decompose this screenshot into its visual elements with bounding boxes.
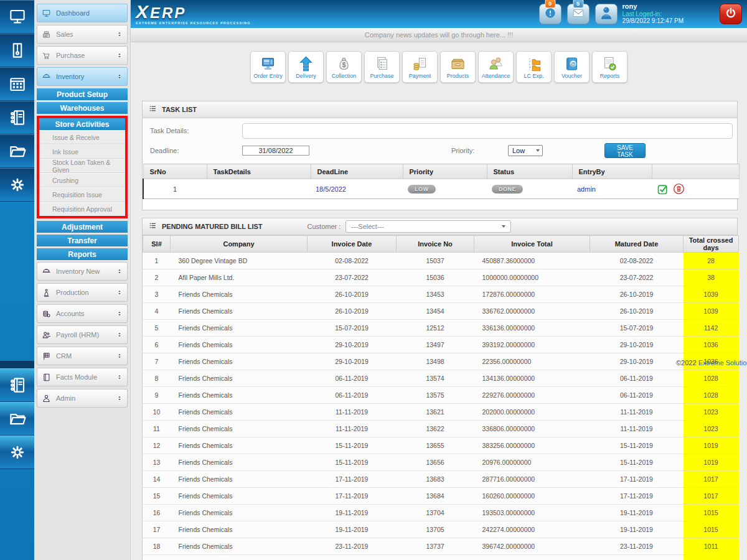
power-icon	[724, 6, 738, 22]
complete-task-button[interactable]	[657, 183, 669, 195]
toolbar-lc-exp-button[interactable]: LC Exp.	[516, 51, 552, 83]
toolbar-reports-button[interactable]: Reports	[592, 51, 627, 83]
messages-button[interactable]: 5	[567, 4, 590, 24]
bill-invoice-date: 17-11-2019	[308, 471, 397, 488]
bill-column-company: Company	[171, 236, 308, 253]
bill-crossed-days: 1028	[684, 387, 739, 404]
sidebar-section-adjustment[interactable]: Adjustment	[37, 221, 128, 233]
bill-company: Friends Chemicals	[171, 521, 308, 538]
toolbar-payment-button[interactable]: Payment	[402, 51, 438, 83]
priority-select[interactable]: Low	[508, 145, 543, 156]
strip-zip-document-button[interactable]	[0, 34, 34, 67]
sidebar-item-crm[interactable]: CRM	[37, 347, 128, 365]
bill-sl: 15	[143, 488, 171, 505]
bill-matured-date: 15-07-2019	[590, 320, 684, 337]
strip-notebook-button[interactable]	[0, 101, 34, 134]
bill-invoice-no: 13453	[397, 286, 474, 303]
save-task-button[interactable]: SAVE TASK	[604, 143, 646, 158]
bill-invoice-date: 23-07-2022	[308, 269, 397, 286]
task-srno[interactable]: 1	[143, 179, 207, 199]
bill-sl: 9	[143, 387, 171, 404]
task-deadline[interactable]: 18/5/2022	[311, 179, 403, 199]
sort-icon	[116, 268, 123, 274]
sidebar-item-inventory-new[interactable]: Inventory New	[37, 262, 128, 281]
notifications-badge: 0	[545, 0, 555, 8]
pawn-icon	[42, 288, 51, 297]
task-column-taskdetails: TaskDetails	[207, 164, 311, 179]
store-activity-crushing[interactable]: Crushing	[39, 173, 125, 187]
bill-row: 8Friends Chemicals06-11-201913574134136.…	[143, 370, 739, 387]
bill-crossed-days: 1019	[684, 454, 739, 471]
bill-company: Friends Chemicals	[171, 320, 308, 337]
strip-notebook-button[interactable]	[0, 368, 34, 402]
toolbar-order-entry-button[interactable]: Order Entry	[250, 51, 286, 83]
sidebar-item-accounts[interactable]: Accounts	[37, 304, 128, 323]
sidebar-item-production[interactable]: Production	[37, 283, 128, 302]
toolbar-collection-button[interactable]: $ Collection	[326, 51, 362, 83]
strip-gear-button[interactable]	[0, 436, 34, 469]
sidebar-item-payroll-hrm[interactable]: Payroll (HRM)	[37, 325, 128, 344]
task-entryby[interactable]: admin	[572, 179, 652, 199]
task-row[interactable]: 1 18/5/2022 LOW DONE admin	[143, 179, 739, 199]
copyright-link[interactable]: Extreme Solutions.	[698, 359, 747, 366]
store-activity-ink-issue[interactable]: Ink Issue	[39, 144, 125, 159]
sidebar-item-sales[interactable]: Sales	[37, 25, 128, 44]
strip-calendar-button[interactable]	[0, 67, 34, 101]
notifications-button[interactable]: 0	[539, 4, 561, 24]
bill-sl: 7	[143, 353, 171, 370]
bill-invoice-total: 160260.00000000	[474, 488, 590, 505]
toolbar-delivery-button[interactable]: Delivery	[288, 51, 324, 83]
customer-select[interactable]: ---Select---	[345, 220, 511, 233]
monitor-icon	[42, 9, 51, 18]
sidebar-item-purchase[interactable]: Purchase	[37, 46, 128, 65]
sidebar-item-admin[interactable]: Admin	[37, 389, 128, 408]
bill-invoice-total: 202000.00000000	[474, 404, 590, 421]
bill-invoice-date: 11-11-2019	[308, 421, 397, 437]
shortcut-toolbar: Order Entry Delivery $ Collection Purcha…	[131, 51, 747, 83]
deadline-input[interactable]	[242, 146, 309, 156]
bill-crossed-days: 1023	[684, 421, 739, 437]
sidebar-item-dashboard[interactable]: Dashboard	[37, 4, 128, 22]
bill-invoice-total: 287716.00000000	[474, 471, 590, 488]
sidebar-section-reports[interactable]: Reports	[37, 248, 128, 260]
strip-gear-button[interactable]	[0, 168, 34, 202]
bill-invoice-no: 15036	[397, 269, 474, 286]
bill-row: 5Friends Chemicals15-07-201912512336136.…	[143, 320, 739, 337]
sidebar-item-inventory[interactable]: Inventory	[37, 67, 128, 86]
sidebar-section-transfer[interactable]: Transfer	[37, 235, 128, 246]
toolbar-products-button[interactable]: Products	[440, 51, 476, 83]
strip-monitor-button[interactable]	[0, 0, 34, 34]
store-activity-requisition-approval[interactable]: Requisition Approval	[39, 202, 125, 216]
store-activity-stock-loan-taken-given[interactable]: Stock Loan Taken & Given	[39, 159, 125, 173]
sidebar-section-warehouses[interactable]: Warehouses	[37, 102, 128, 114]
task-table-header-row: SrNoTaskDetailsDeadLinePriorityStatusEnt…	[143, 164, 739, 179]
task-list-header: TASK LIST	[143, 101, 737, 118]
user-name: rony	[622, 3, 684, 11]
sidebar-section-store-activities[interactable]: Store Activities	[39, 118, 125, 130]
status-badge: DONE	[492, 185, 523, 194]
check-icon	[657, 183, 669, 195]
bill-invoice-total: 336136.00000000	[474, 320, 590, 337]
sort-icon	[116, 31, 123, 37]
task-details-input[interactable]	[242, 123, 733, 139]
toolbar-voucher-button[interactable]: @ Voucher	[554, 51, 590, 83]
bill-invoice-no: 12512	[397, 320, 474, 337]
sidebar-item-facts-module[interactable]: Facts Module	[37, 368, 128, 386]
store-activity-issue-receive[interactable]: Issue & Receive	[39, 130, 125, 144]
store-activity-requisition-issue[interactable]: Requisition Issue	[39, 187, 125, 202]
logout-button[interactable]	[720, 4, 742, 24]
sort-icon	[116, 353, 123, 359]
bill-matured-date: 26-10-2019	[590, 286, 684, 303]
strip-folder-button[interactable]	[0, 134, 34, 168]
bill-crossed-days: 1015	[684, 505, 739, 521]
strip-folder-button[interactable]	[0, 402, 34, 436]
bill-company: 360 Degree Vintage BD	[171, 253, 308, 269]
task-column-actions	[652, 164, 739, 179]
toolbar-purchase-button[interactable]: Purchase	[364, 51, 400, 83]
store-activities-highlight: Store ActivitiesIssue & ReceiveInk Issue…	[37, 116, 128, 218]
user-info: rony Last Loged-in: 29/8/2022 9:12:47 PM	[622, 3, 684, 25]
delete-task-button[interactable]	[672, 182, 685, 195]
toolbar-attendance-button[interactable]: Attendance	[478, 51, 514, 83]
sidebar-section-product-setup[interactable]: Product Setup	[37, 88, 128, 100]
user-avatar[interactable]	[595, 4, 618, 24]
